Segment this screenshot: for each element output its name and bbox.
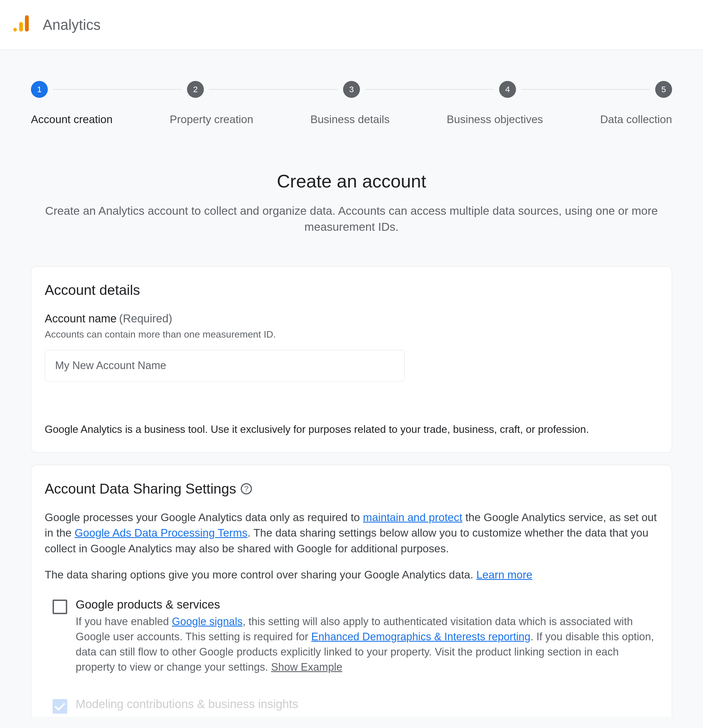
- account-name-input[interactable]: [45, 350, 405, 381]
- intro-section: Create an account Create an Analytics ac…: [0, 126, 703, 235]
- account-details-heading: Account details: [45, 282, 658, 298]
- stepper-line: [209, 89, 338, 90]
- stepper: 1 2 3 4 5 Account creation Property crea…: [0, 50, 703, 126]
- option-google-products-desc: If you have enabled Google signals, this…: [76, 614, 658, 675]
- text: Google processes your Google Analytics d…: [45, 511, 363, 523]
- text: The data sharing options give you more c…: [45, 569, 476, 581]
- data-sharing-paragraph-1: Google processes your Google Analytics d…: [45, 510, 658, 556]
- option-google-products-body: Google products & services If you have e…: [76, 598, 658, 675]
- data-processing-terms-link[interactable]: Google Ads Data Processing Terms: [75, 527, 247, 539]
- data-sharing-heading-row: Account Data Sharing Settings ?: [45, 481, 658, 497]
- stepper-line: [53, 89, 182, 90]
- stepper-line: [365, 89, 494, 90]
- page-title: Create an account: [31, 170, 672, 192]
- account-details-card: Account details Account name (Required) …: [31, 266, 672, 452]
- step-5-circle[interactable]: 5: [655, 81, 672, 98]
- step-5[interactable]: 5: [655, 81, 672, 98]
- option-google-products-title: Google products & services: [76, 598, 658, 611]
- enhanced-demographics-link[interactable]: Enhanced Demographics & Interests report…: [311, 631, 530, 643]
- account-name-label: Account name: [45, 312, 117, 325]
- account-name-label-row: Account name (Required): [45, 312, 658, 325]
- learn-more-link[interactable]: Learn more: [476, 569, 532, 581]
- topbar: Analytics: [0, 0, 703, 50]
- step-4[interactable]: 4: [499, 81, 516, 98]
- stepper-labels: Account creation Property creation Busin…: [31, 113, 672, 126]
- brand: Analytics: [10, 12, 101, 38]
- account-name-required: (Required): [119, 312, 172, 325]
- page-content: 1 2 3 4 5 Account creation Property crea…: [0, 50, 703, 716]
- svg-rect-2: [25, 15, 29, 32]
- step-2-label: Property creation: [170, 113, 253, 126]
- help-icon[interactable]: ?: [241, 483, 252, 494]
- svg-rect-1: [19, 22, 23, 32]
- option-modeling-contributions: Modeling contributions & business insigh…: [45, 698, 658, 714]
- brand-name: Analytics: [43, 17, 101, 33]
- step-3-circle[interactable]: 3: [343, 81, 360, 98]
- analytics-logo-icon: [10, 12, 33, 38]
- step-2-circle[interactable]: 2: [187, 81, 204, 98]
- step-4-label: Business objectives: [447, 113, 543, 126]
- step-3[interactable]: 3: [343, 81, 360, 98]
- data-sharing-paragraph-2: The data sharing options give you more c…: [45, 567, 658, 582]
- data-sharing-heading: Account Data Sharing Settings: [45, 481, 236, 497]
- checkbox-modeling-contributions[interactable]: [53, 699, 67, 714]
- step-1[interactable]: 1: [31, 81, 48, 98]
- google-signals-link[interactable]: Google signals: [172, 615, 242, 627]
- stepper-circles: 1 2 3 4 5: [31, 81, 672, 98]
- step-1-label: Account creation: [31, 113, 113, 126]
- option-google-products: Google products & services If you have e…: [45, 598, 658, 675]
- option-modeling-body: Modeling contributions & business insigh…: [76, 698, 658, 714]
- checkbox-google-products[interactable]: [53, 599, 67, 614]
- data-sharing-card: Account Data Sharing Settings ? Google p…: [31, 465, 672, 716]
- account-name-help: Accounts can contain more than one measu…: [45, 329, 658, 340]
- step-1-circle[interactable]: 1: [31, 81, 48, 98]
- step-3-label: Business details: [311, 113, 390, 126]
- step-2[interactable]: 2: [187, 81, 204, 98]
- svg-rect-0: [13, 27, 17, 32]
- page-subtitle: Create an Analytics account to collect a…: [31, 203, 672, 235]
- step-5-label: Data collection: [600, 113, 672, 126]
- step-4-circle[interactable]: 4: [499, 81, 516, 98]
- show-example-link[interactable]: Show Example: [271, 661, 342, 673]
- account-disclaimer: Google Analytics is a business tool. Use…: [45, 423, 658, 435]
- maintain-protect-link[interactable]: maintain and protect: [363, 511, 462, 523]
- option-modeling-title: Modeling contributions & business insigh…: [76, 698, 658, 711]
- text: If you have enabled: [76, 615, 172, 627]
- stepper-line: [521, 89, 650, 90]
